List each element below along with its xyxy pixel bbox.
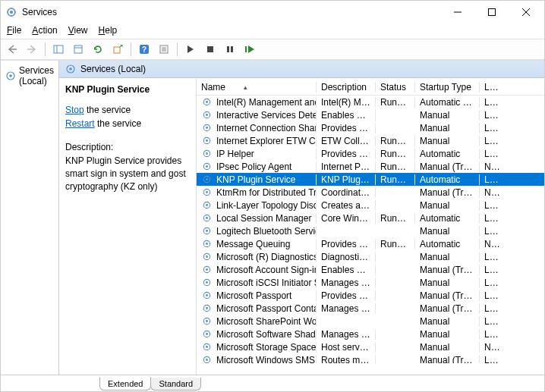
svg-point-54 [206,243,208,245]
list-title-strip: Services (Local) [59,61,545,78]
service-row[interactable]: Intel(R) Management and S...Intel(R) Ma.… [197,96,545,108]
service-startup-cell: Manual [415,252,480,262]
service-row[interactable]: Microsoft iSCSI Initiator Ser...Manages … [197,276,545,289]
service-row[interactable]: Microsoft SharePoint Works...ManualLoc [197,315,545,328]
svg-text:?: ? [142,45,146,54]
tabs-strip: Extended Standard [1,375,544,391]
service-desc-cell: Internet Pro... [317,162,376,172]
service-desc-cell: KNP Plugin ... [317,174,376,185]
col-status[interactable]: Status [376,82,415,93]
restart-service-button[interactable] [241,41,258,58]
service-logon-cell: Loc [480,110,502,121]
gear-icon [201,329,212,339]
svg-rect-25 [231,46,233,52]
services-list: Name▴ Description Status Startup Type Lo… [196,79,545,375]
service-startup-cell: Manual [415,278,480,288]
service-row[interactable]: IP HelperProvides tu...RunningAutomaticL… [197,147,545,160]
service-row[interactable]: Logitech Bluetooth ServiceManualLoc [197,224,545,237]
sort-asc-icon: ▴ [244,83,247,91]
service-row[interactable]: Microsoft Account Sign-in ...Enables use… [197,263,545,276]
service-logon-cell: Loc [480,252,502,262]
gear-icon [201,303,212,313]
refresh-button[interactable] [90,41,106,58]
service-row[interactable]: Microsoft Windows SMS Ro...Routes mes...… [197,353,545,363]
maximize-button[interactable] [474,1,509,24]
minimize-button[interactable] [440,1,474,24]
gear-icon [201,149,212,158]
service-row[interactable]: Interactive Services DetectionEnables us… [197,108,545,121]
service-row[interactable]: Local Session ManagerCore Windo...Runnin… [197,212,545,224]
service-row[interactable]: Link-Layer Topology Discov...Creates a N… [197,199,545,212]
menubar: File Action View Help [1,24,544,39]
export-button[interactable] [109,41,126,58]
show-hide-tree-button[interactable] [50,41,67,58]
service-startup-cell: Manual [415,123,480,133]
gear-icon [201,342,212,352]
service-desc-cell: Creates a N... [317,200,376,211]
service-logon-cell: Loc [480,149,502,159]
service-row[interactable]: KNP Plugin ServiceKNP Plugin ...RunningA… [197,173,545,186]
service-row[interactable]: Microsoft (R) Diagnostics H...Diagnostic… [197,250,545,263]
svg-rect-24 [227,46,229,52]
menu-file[interactable]: File [7,25,21,36]
service-row[interactable]: Microsoft Storage Spaces S...Host servic… [197,340,545,353]
forward-button[interactable] [24,41,40,58]
service-startup-cell: Manual [415,342,480,353]
close-button[interactable] [509,1,543,24]
service-row[interactable]: IPsec Policy AgentInternet Pro...Running… [197,160,545,173]
gear-icon [201,239,212,249]
menu-action[interactable]: Action [32,25,57,36]
col-description[interactable]: Description [317,82,376,93]
service-name-cell: Microsoft Software Shadow... [216,329,317,340]
properties-button-2[interactable] [156,41,172,58]
service-startup-cell: Manual [415,316,480,327]
service-desc-cell: Manages lo... [317,303,376,314]
stop-service-button[interactable] [202,41,219,58]
service-startup-cell: Manual (Trig... [415,303,480,314]
service-startup-cell: Manual (Trig... [415,162,480,172]
service-desc-cell: Provides ne... [317,123,376,133]
col-startup[interactable]: Startup Type [415,82,480,93]
pause-service-button[interactable] [222,41,238,58]
start-service-button[interactable] [182,41,199,58]
tree-pane: Services (Local) [1,61,59,375]
service-row[interactable]: KtmRm for Distributed Tran...Coordinates… [197,186,545,199]
service-logon-cell: Loc [480,174,502,185]
svg-point-60 [206,281,208,284]
service-status-cell: Running [376,162,415,172]
col-name[interactable]: Name▴ [197,82,317,93]
gear-icon [201,226,212,236]
menu-help[interactable]: Help [99,25,118,36]
service-row[interactable]: Microsoft Software Shadow...Manages so..… [197,328,545,340]
service-startup-cell: Manual [415,200,480,211]
horizontal-scrollbar[interactable] [197,363,545,375]
service-startup-cell: Automatic [415,239,480,249]
service-logon-cell: Net [480,239,502,249]
stop-service-link[interactable]: Stop [65,105,84,115]
svg-point-36 [206,127,208,129]
service-row[interactable]: Message QueuingProvides a ...RunningAuto… [197,237,545,250]
service-startup-cell: Manual (Trig... [415,290,480,301]
back-button[interactable] [4,41,20,58]
properties-button[interactable] [70,41,87,58]
tab-extended[interactable]: Extended [99,377,151,390]
tree-root-services[interactable]: Services (Local) [1,64,58,88]
service-logon-cell: Loc [480,278,502,288]
service-row[interactable]: Microsoft PassportProvides pr...Manual (… [197,289,545,302]
svg-rect-16 [114,47,120,53]
service-row[interactable]: Microsoft Passport ContainerManages lo..… [197,302,545,315]
service-name-cell: Microsoft Passport Container [216,303,317,314]
svg-point-70 [206,346,208,348]
tab-standard[interactable]: Standard [150,378,201,390]
service-row[interactable]: Internet Explorer ETW Colle...ETW Collec… [197,134,545,147]
restart-service-link[interactable]: Restart [65,118,95,129]
gear-icon [201,187,212,197]
service-desc-cell: Intel(R) Ma... [317,97,376,108]
col-logon[interactable]: Log [480,82,502,93]
help-button[interactable]: ? [136,41,153,58]
service-row[interactable]: Internet Connection Sharin...Provides ne… [197,121,545,134]
svg-point-46 [206,191,208,193]
gear-icon [201,213,212,223]
gear-icon [201,123,212,133]
menu-view[interactable]: View [68,25,88,36]
